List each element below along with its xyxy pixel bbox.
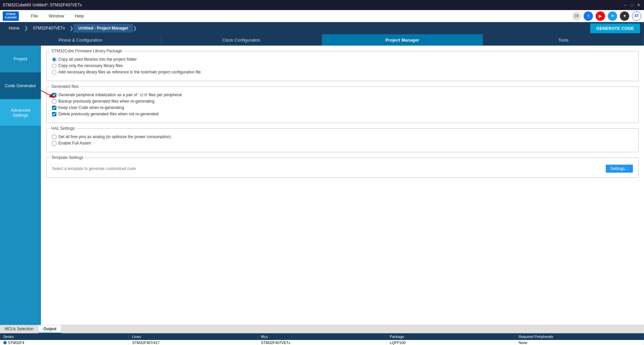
firmware-option-2: Copy only the necessary library files xyxy=(52,63,633,68)
genfile-label-2: Backup previously generated files when r… xyxy=(58,99,154,104)
template-row: Select a template to generate customized… xyxy=(52,165,633,173)
template-settings-button[interactable]: Settings... xyxy=(606,165,633,173)
firmware-options: Copy all used libraries into the project… xyxy=(52,57,633,74)
hal-section: HAL Settings Set all free pins as analog… xyxy=(46,128,639,152)
hal-checkbox-2[interactable] xyxy=(52,141,56,146)
menu-window[interactable]: Window xyxy=(43,11,69,20)
genfile-checkbox-1[interactable] xyxy=(52,93,56,97)
breadcrumb-arrow-2: ❯ xyxy=(69,25,73,31)
app-title: STM32CubeMX Untitled*: STM32F407VETx xyxy=(3,3,82,7)
template-placeholder: Select a template to generate customized… xyxy=(52,166,602,171)
genfile-option-3: Keep User Code when re-generating xyxy=(52,105,633,110)
content-area: STM32Cube Firmware Library Package Copy … xyxy=(41,46,644,325)
generated-files-options: Generate peripheral initialization as a … xyxy=(52,93,633,116)
genfile-checkbox-3[interactable] xyxy=(52,106,56,110)
cell-series-text: STM32F4 xyxy=(8,341,24,345)
col-package: Package xyxy=(386,333,515,340)
genfile-label-3: Keep User Code when re-generating xyxy=(58,105,124,110)
maximize-button[interactable]: □ xyxy=(629,2,635,8)
hal-label-2: Enable Full Assert xyxy=(58,141,91,146)
cell-peripherals: None xyxy=(515,340,644,345)
genfile-option-2: Backup previously generated files when r… xyxy=(52,99,633,104)
generated-files-title: Generated files xyxy=(50,84,80,89)
tab-pinout[interactable]: Pinout & Configuration xyxy=(0,34,161,46)
close-button[interactable]: ✕ xyxy=(636,2,641,8)
col-mcu: Mcu xyxy=(258,333,387,340)
menu-bar: STM32CubeMX File Window Help 19 f ▶ ✦ ✦ … xyxy=(0,10,644,22)
content-wrapper: STM32Cube Firmware Library Package Copy … xyxy=(46,51,639,178)
minimize-button[interactable]: ─ xyxy=(623,2,628,8)
bottom-tabs: MCUs Selection Output xyxy=(0,325,644,333)
firmware-option-1: Copy all used libraries into the project… xyxy=(52,57,633,62)
logo-area: STM32CubeMX xyxy=(3,11,19,21)
cell-mcu: STM32F407VETx xyxy=(258,340,387,345)
bottom-tab-mcu-selection[interactable]: MCUs Selection xyxy=(0,325,39,333)
cell-lines: STM32F407/417 xyxy=(129,340,258,345)
template-section-title: Template Settings xyxy=(50,155,85,160)
firmware-radio-1[interactable] xyxy=(52,57,56,62)
cell-series: STM32F4 xyxy=(0,340,129,345)
bottom-table-header: Series Lines Mcu Package Required Periph… xyxy=(0,333,644,340)
social-icons: 19 f ▶ ✦ ✦ ST xyxy=(572,11,641,21)
firmware-label-3: Add necessary library files as reference… xyxy=(58,70,201,74)
youtube-icon[interactable]: ▶ xyxy=(596,11,605,21)
tab-bar: Pinout & Configuration Clock Configurati… xyxy=(0,34,644,46)
table-row: STM32F4 STM32F407/417 STM32F407VETx LQFP… xyxy=(0,340,644,345)
col-peripherals: Required Peripherals xyxy=(515,333,644,340)
breadcrumb-arrow-1: ❯ xyxy=(24,25,28,31)
generated-files-section: Generated files Generate peripheral init… xyxy=(46,87,639,123)
firmware-radio-3[interactable] xyxy=(52,70,56,74)
bottom-tab-output[interactable]: Output xyxy=(39,325,61,333)
menu-items: File Window Help xyxy=(26,11,89,20)
main-layout: Project Code Generator Advanced Settings… xyxy=(0,46,644,325)
menu-file[interactable]: File xyxy=(26,11,43,20)
generate-code-button[interactable]: GENERATE CODE xyxy=(590,23,640,33)
hal-option-1: Set all free pins as analog (to optimize… xyxy=(52,134,633,139)
title-bar-left: STM32CubeMX Untitled*: STM32F407VETx xyxy=(3,3,82,7)
firmware-section: STM32Cube Firmware Library Package Copy … xyxy=(46,51,639,81)
genfile-label-4: Delete previously generated files when n… xyxy=(58,112,158,116)
genfile-option-1: Generate peripheral initialization as a … xyxy=(52,93,633,97)
facebook-icon[interactable]: f xyxy=(584,11,593,21)
hal-options: Set all free pins as analog (to optimize… xyxy=(52,134,633,146)
sidebar-item-advanced-settings[interactable]: Advanced Settings xyxy=(0,99,41,126)
hal-option-2: Enable Full Assert xyxy=(52,141,633,146)
breadcrumb-home[interactable]: Home xyxy=(4,24,24,33)
firmware-radio-2[interactable] xyxy=(52,64,56,68)
genfile-label-1: Generate peripheral initialization as a … xyxy=(58,93,182,97)
breadcrumb-mcu[interactable]: STM32F407VETx xyxy=(28,24,69,33)
hal-checkbox-1[interactable] xyxy=(52,135,56,139)
col-series: Series xyxy=(0,333,129,340)
tab-tools[interactable]: Tools xyxy=(483,34,644,46)
cell-package: LQFP100 xyxy=(386,340,515,345)
firmware-label-2: Copy only the necessary library files xyxy=(58,63,123,68)
st-icon[interactable]: ST xyxy=(632,11,641,21)
col-lines: Lines xyxy=(129,333,258,340)
breadcrumb-bar: Home ❯ STM32F407VETx ❯ Untitled - Projec… xyxy=(0,22,644,34)
genfile-option-4: Delete previously generated files when n… xyxy=(52,112,633,116)
sidebar-item-code-generator[interactable]: Code Generator xyxy=(0,72,41,99)
network-icon[interactable]: ✦ xyxy=(620,11,629,21)
logo-box: STM32CubeMX xyxy=(3,11,19,21)
genfile-checkbox-2[interactable] xyxy=(52,99,56,104)
breadcrumb-project[interactable]: Untitled - Project Manager xyxy=(73,24,133,33)
row-radio xyxy=(3,341,7,344)
sidebar-item-project[interactable]: Project xyxy=(0,46,41,72)
bottom-bar: MCUs Selection Output Series Lines Mcu P… xyxy=(0,325,644,345)
hal-label-1: Set all free pins as analog (to optimize… xyxy=(58,134,171,139)
tab-clock[interactable]: Clock Configuration xyxy=(161,34,322,46)
tab-project-manager[interactable]: Project Manager xyxy=(322,34,483,46)
template-section: Template Settings Select a template to g… xyxy=(46,158,639,178)
title-bar-controls: ─ □ ✕ xyxy=(623,2,641,8)
hal-section-title: HAL Settings xyxy=(50,126,76,131)
menu-help[interactable]: Help xyxy=(69,11,89,20)
title-bar: STM32CubeMX Untitled*: STM32F407VETx ─ □… xyxy=(0,0,644,10)
firmware-option-3: Add necessary library files as reference… xyxy=(52,70,633,74)
sidebar: Project Code Generator Advanced Settings xyxy=(0,46,41,325)
version-badge: 19 xyxy=(572,12,581,20)
breadcrumb-arrow-3: ❯ xyxy=(133,25,137,31)
firmware-label-1: Copy all used libraries into the project… xyxy=(58,57,137,62)
twitter-icon[interactable]: ✦ xyxy=(608,11,617,21)
genfile-checkbox-4[interactable] xyxy=(52,112,56,116)
logo-text: STM32CubeMX xyxy=(5,13,17,19)
